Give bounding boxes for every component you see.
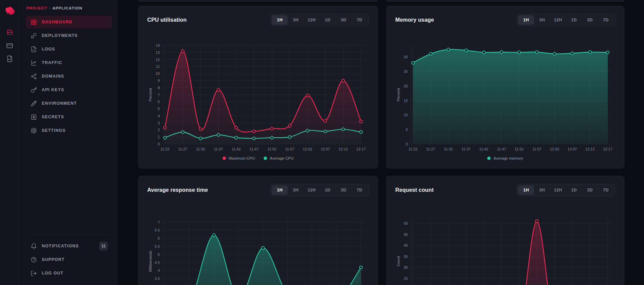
svg-text:11:22: 11:22	[409, 147, 418, 151]
time-range-selector: 1H3H12H1D3D7D	[517, 14, 615, 26]
svg-text:Count: Count	[396, 256, 400, 266]
breadcrumb: PROJECT›APPLICATION	[26, 6, 112, 10]
sidebar-item-secrets[interactable]: SECRETS	[26, 110, 112, 123]
sidebar-item-environment[interactable]: ENVIRONMENT	[26, 97, 112, 110]
svg-text:4: 4	[158, 268, 160, 272]
svg-text:5: 5	[158, 252, 160, 257]
svg-text:4.5: 4.5	[155, 261, 160, 265]
svg-text:Percent: Percent	[396, 88, 400, 101]
card-title: Average response time	[147, 187, 208, 193]
sidebar-item-label: API KEYS	[42, 87, 64, 92]
help-icon	[31, 257, 37, 263]
range-3d-button[interactable]: 3D	[582, 185, 598, 195]
sidebar-item-traffic[interactable]: TRAFFIC	[26, 56, 112, 69]
sidebar-item-dashboard[interactable]: DASHBOARD	[26, 16, 112, 28]
range-3d-button[interactable]: 3D	[582, 15, 598, 25]
range-3h-button[interactable]: 3H	[534, 15, 550, 25]
svg-text:11:52: 11:52	[515, 147, 524, 151]
range-12h-button[interactable]: 12H	[550, 185, 566, 195]
svg-text:7: 7	[158, 220, 160, 224]
legend-item-average-cpu[interactable]: Average CPU	[264, 156, 293, 160]
icon-rail	[0, 0, 20, 285]
breadcrumb-separator: ›	[49, 6, 51, 10]
sidebar-item-api-keys[interactable]: API KEYS	[26, 83, 112, 96]
domains-icon	[31, 73, 37, 80]
dashboard-grid-icon	[31, 19, 37, 25]
sidebar-item-logs[interactable]: LOGS	[26, 43, 112, 56]
svg-text:15: 15	[404, 99, 408, 103]
svg-text:12:07: 12:07	[321, 147, 330, 151]
range-3h-button[interactable]: 3H	[534, 185, 550, 195]
svg-text:12:17: 12:17	[603, 147, 612, 151]
sidebar-item-support[interactable]: SUPPORT	[26, 253, 112, 266]
cpu-utilisation-card: CPU utilisation 1H3H12H1D3D7D 0123456789…	[138, 6, 378, 168]
sidebar-item-domains[interactable]: DOMAINS	[26, 70, 112, 83]
nav-panel: PROJECT›APPLICATION DASHBOARDDEPLOYMENTS…	[20, 0, 118, 285]
sidebar-nav: DASHBOARDDEPLOYMENTSLOGSTRAFFICDOMAINSAP…	[26, 16, 112, 138]
range-3h-button[interactable]: 3H	[288, 15, 304, 25]
time-range-selector: 1H3H12H1D3D7D	[270, 14, 369, 26]
logs-icon	[31, 46, 37, 53]
range-3d-button[interactable]: 3D	[336, 185, 352, 195]
range-12h-button[interactable]: 12H	[304, 185, 320, 195]
svg-text:50: 50	[404, 221, 408, 225]
range-1h-button[interactable]: 1H	[518, 185, 534, 195]
projects-folder-icon[interactable]	[6, 28, 14, 36]
range-1h-button[interactable]: 1H	[272, 185, 288, 195]
svg-text:4: 4	[158, 114, 160, 118]
range-7d-button[interactable]: 7D	[598, 15, 614, 25]
range-7d-button[interactable]: 7D	[352, 15, 367, 25]
svg-text:11:37: 11:37	[461, 147, 471, 151]
billing-card-icon[interactable]	[6, 42, 14, 49]
legend-dot	[223, 157, 226, 160]
svg-text:7: 7	[158, 93, 160, 97]
range-7d-button[interactable]: 7D	[598, 185, 614, 195]
range-1d-button[interactable]: 1D	[566, 185, 582, 195]
sidebar-item-label: LOG OUT	[42, 271, 63, 276]
sidebar-item-settings[interactable]: SETTINGS	[26, 124, 112, 137]
legend-item-maximum-cpu[interactable]: Maximum CPU	[223, 156, 255, 160]
svg-text:5: 5	[158, 107, 160, 111]
card-title: CPU utilisation	[147, 17, 187, 23]
svg-text:5: 5	[406, 127, 408, 131]
svg-text:6: 6	[158, 100, 160, 104]
sidebar-divider	[26, 235, 111, 235]
chart-legend: Average memory	[395, 155, 615, 161]
svg-text:35: 35	[404, 255, 408, 259]
range-1h-button[interactable]: 1H	[272, 15, 288, 25]
range-7d-button[interactable]: 7D	[352, 185, 367, 195]
svg-text:14: 14	[156, 43, 160, 47]
range-1d-button[interactable]: 1D	[320, 185, 336, 195]
range-3h-button[interactable]: 3H	[288, 185, 304, 195]
range-1d-button[interactable]: 1D	[566, 15, 582, 25]
svg-text:11:27: 11:27	[426, 147, 435, 151]
range-12h-button[interactable]: 12H	[550, 15, 566, 25]
card-title: Request count	[395, 187, 434, 193]
sidebar-item-deployments[interactable]: DEPLOYMENTS	[26, 29, 112, 42]
range-1h-button[interactable]: 1H	[518, 15, 534, 25]
secrets-icon	[31, 114, 37, 120]
svg-text:12:12: 12:12	[585, 147, 595, 151]
main-content: CPU utilisation 1H3H12H1D3D7D 0123456789…	[118, 0, 644, 285]
svg-text:11:57: 11:57	[285, 147, 294, 151]
svg-text:11:27: 11:27	[178, 147, 187, 151]
sidebar-item-label: NOTIFICATIONS	[42, 244, 79, 248]
svg-text:11:32: 11:32	[444, 147, 453, 151]
range-3d-button[interactable]: 3D	[336, 15, 352, 25]
breadcrumb-project[interactable]: PROJECT	[26, 6, 48, 10]
range-12h-button[interactable]: 12H	[304, 15, 320, 25]
request-count-chart: 05101520253035404550Count	[395, 216, 616, 285]
file-code-icon[interactable]	[6, 55, 14, 62]
range-1d-button[interactable]: 1D	[320, 15, 336, 25]
sidebar-item-notifications[interactable]: NOTIFICATIONS11	[26, 240, 112, 252]
svg-text:11:52: 11:52	[267, 147, 277, 151]
svg-text:Percent: Percent	[148, 88, 152, 101]
svg-text:25: 25	[404, 277, 408, 281]
sidebar: PROJECT›APPLICATION DASHBOARDDEPLOYMENTS…	[0, 0, 118, 285]
svg-text:45: 45	[404, 232, 408, 237]
nest-logo[interactable]	[4, 5, 15, 16]
svg-text:11:22: 11:22	[160, 147, 170, 151]
sidebar-item-log-out[interactable]: LOG OUT	[26, 267, 112, 280]
cpu-utilisation-chart: 0123456789101112131411:2211:2711:3211:37…	[147, 42, 370, 154]
legend-item-average-memory[interactable]: Average memory	[487, 156, 523, 160]
